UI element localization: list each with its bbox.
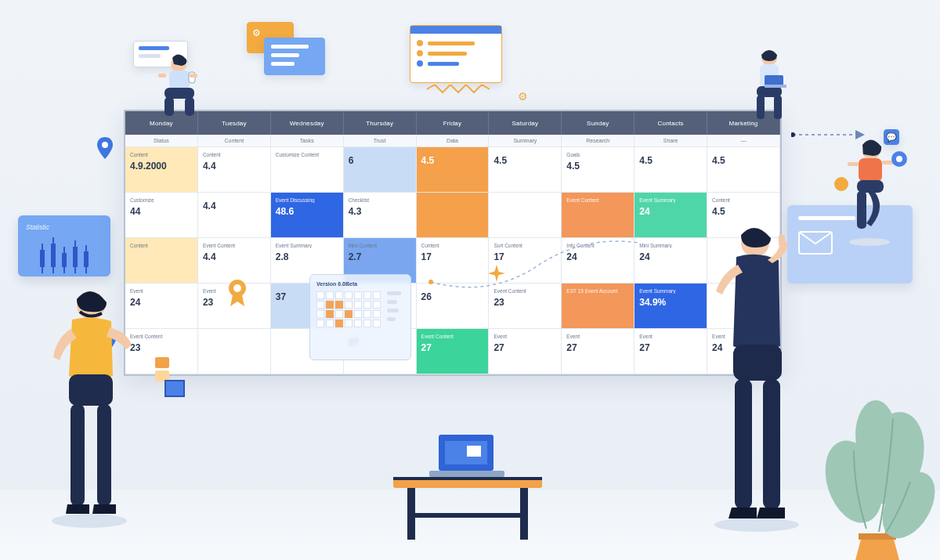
board-cell[interactable]	[417, 193, 490, 238]
cell-value: 4.3	[349, 206, 411, 217]
cell-value: 4.5	[566, 161, 629, 172]
board-cell[interactable]	[198, 329, 271, 374]
dashed-path	[427, 235, 646, 305]
cell-value: 48.6	[276, 206, 338, 217]
svg-rect-8	[164, 88, 194, 99]
cell-label: Customize Content	[276, 152, 338, 157]
cell-value: 4.4	[203, 251, 266, 262]
board-cell[interactable]: 4.5	[489, 147, 562, 193]
svg-point-30	[849, 238, 890, 246]
svg-point-4	[233, 284, 241, 292]
board-cell[interactable]: Customize44	[125, 193, 198, 238]
board-cell[interactable]: Event Discussing48.6	[271, 193, 344, 238]
sub-header: Share	[634, 135, 707, 147]
svg-rect-16	[757, 86, 782, 97]
badge-icon	[226, 278, 249, 308]
cell-label: Mini Summary	[639, 243, 702, 248]
board-cell[interactable]: Customize Content	[271, 147, 344, 193]
board-cell[interactable]: Checklist4.3	[344, 193, 417, 238]
pin-icon	[96, 137, 114, 159]
cell-label: Event Summary	[639, 197, 702, 203]
cell-label: Content	[203, 152, 266, 157]
cell-value: 27	[566, 342, 629, 353]
cell-value: 4.9.2000	[130, 161, 193, 172]
person-sitting	[147, 53, 208, 124]
column-header[interactable]: Tuesday	[198, 111, 271, 135]
sub-header: —	[707, 135, 780, 147]
person-man-left	[34, 282, 144, 533]
cell-label: Content	[712, 197, 775, 203]
board-cell[interactable]: Event Content27	[417, 329, 490, 374]
desk	[385, 435, 550, 544]
board-cell[interactable]: Event27	[562, 329, 634, 374]
svg-rect-9	[164, 97, 174, 116]
analytics-title: Statistic	[26, 223, 103, 231]
svg-rect-22	[859, 158, 882, 182]
board-cell[interactable]: 6	[344, 147, 417, 193]
svg-point-2	[428, 280, 433, 284]
board-cell[interactable]: Content	[125, 238, 198, 284]
cell-value: 4.5	[639, 155, 702, 166]
sub-header: Data	[417, 135, 490, 147]
cell-value: 27	[421, 342, 484, 353]
svg-rect-13	[190, 74, 197, 78]
sub-header: Summary	[489, 135, 562, 147]
cell-label: Content	[130, 152, 193, 157]
svg-rect-41	[779, 235, 785, 246]
cell-label: Event Summary	[276, 243, 338, 248]
cell-value: 4.4	[203, 161, 266, 172]
board-cell[interactable]: Event Content	[562, 193, 634, 238]
cell-label: Mini Content	[349, 243, 411, 248]
cell-label: Event Discussing	[276, 197, 338, 203]
board-cell[interactable]: Event Content4.4	[198, 238, 271, 284]
cell-value: 4.5	[712, 155, 775, 166]
cell-value: 4.5	[494, 155, 556, 166]
svg-rect-33	[69, 374, 113, 406]
cell-value: 2.8	[276, 251, 338, 262]
svg-rect-34	[70, 404, 85, 506]
calendar-grid	[316, 291, 381, 327]
svg-point-36	[714, 518, 799, 532]
cell-value: 44	[130, 206, 193, 217]
cell-value: 2.7	[349, 251, 411, 262]
column-header[interactable]: Friday	[417, 111, 490, 135]
svg-rect-18	[774, 96, 782, 119]
board-cell[interactable]: 4.5	[707, 147, 780, 193]
column-header[interactable]: Wednesday	[271, 111, 344, 135]
zigzag-underline	[427, 85, 490, 94]
column-header[interactable]: Saturday	[489, 111, 562, 135]
sub-header: Research	[562, 135, 634, 147]
sub-header: Trust	[344, 135, 417, 147]
board-cell[interactable]	[489, 193, 562, 238]
cell-value: 4.5	[712, 206, 775, 217]
column-header[interactable]: Contacts	[634, 111, 707, 135]
sub-header: Tasks	[271, 135, 344, 147]
svg-rect-45	[429, 471, 504, 477]
svg-rect-12	[158, 74, 166, 78]
column-header-row: Monday Tuesday Wednesday Thursday Friday…	[125, 111, 780, 135]
board-cell[interactable]: Event27	[489, 329, 562, 374]
cell-value: 24	[639, 251, 702, 262]
column-header[interactable]: Thursday	[344, 111, 417, 135]
svg-point-0	[102, 142, 108, 148]
person-man-right	[694, 221, 819, 534]
calendar-popup-title: Version 6.0Beta	[316, 281, 404, 287]
cell-label: Event	[566, 334, 629, 339]
plant	[807, 364, 940, 560]
svg-rect-40	[763, 379, 780, 509]
board-cell[interactable]: Goals4.5	[562, 147, 634, 193]
calendar-popup[interactable]: Version 6.0Beta	[309, 274, 411, 360]
cell-value: 6	[349, 155, 411, 166]
cell-label: Event Content	[203, 243, 266, 248]
board-cell[interactable]: Content4.9.2000	[125, 147, 198, 193]
board-cell[interactable]: 4.4	[198, 193, 271, 238]
dashed-arrow	[791, 124, 870, 147]
svg-rect-47	[393, 477, 542, 480]
column-header[interactable]: Sunday	[562, 111, 634, 135]
svg-rect-19	[765, 75, 783, 86]
board-cell[interactable]: 4.5	[634, 147, 707, 193]
svg-rect-17	[757, 96, 765, 119]
board-cell[interactable]: 4.5	[417, 147, 490, 193]
person-laptop	[743, 47, 797, 125]
board-cell[interactable]: Content4.4	[198, 147, 271, 193]
